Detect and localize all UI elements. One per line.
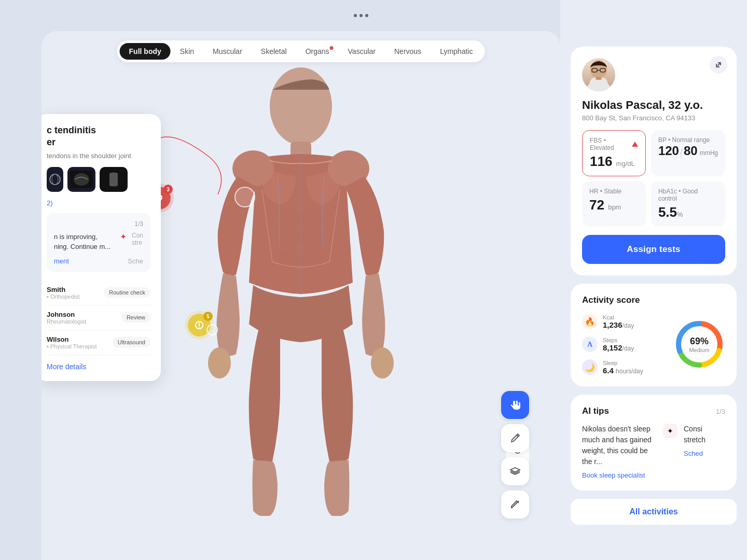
- appt-name-wilson: Wilson: [47, 335, 97, 343]
- steps-label: Steps: [603, 337, 634, 343]
- tab-skin[interactable]: Skin: [171, 43, 203, 60]
- info-panel: c tendinitiser tendons in the shoulder j…: [42, 114, 161, 381]
- appt-role-wilson: • Physical Therapist: [47, 343, 97, 349]
- metric-steps: Steps 8,152/day: [582, 337, 665, 352]
- ai-tips-header: AI tips 1/3: [582, 406, 725, 416]
- main-anatomy-area: Full body Skin Muscular Skeletal Organs …: [42, 31, 560, 560]
- patient-card: Nikolas Pascal, 32 y.o. 800 Bay St, San …: [571, 47, 737, 275]
- vital-fbs-value: 116 mg/dL: [590, 153, 638, 170]
- fab-layers-button[interactable]: [501, 457, 529, 485]
- svg-point-11: [301, 208, 324, 227]
- tip-side: Consi stretch Sched: [684, 424, 725, 479]
- vital-hba1c-label: HbA1c • Good control: [658, 188, 718, 202]
- appt-badge-wilson: Ultrasound: [113, 337, 150, 347]
- vital-hba1c-value: 5.5%: [658, 204, 718, 220]
- appointments-list: Smith • Orthopedist Routine check Johnso…: [47, 281, 150, 355]
- schedule-link[interactable]: Sched: [684, 450, 725, 457]
- info-panel-title: c tendinitiser: [47, 124, 150, 149]
- external-link-button[interactable]: [710, 56, 727, 74]
- svg-point-13: [301, 229, 324, 248]
- svg-point-19: [371, 347, 394, 379]
- right-panel: Nikolas Pascal, 32 y.o. 800 Bay St, San …: [560, 0, 747, 560]
- info-card-nav: 1/3: [54, 220, 143, 228]
- tip-content: Nikolas doesn't sleep much and has gaine…: [582, 424, 725, 479]
- appt-item-johnson[interactable]: Johnson Rheumatologist Review: [47, 305, 150, 330]
- metric-sleep: 🌙 Sleep 6.4 hours/day: [582, 359, 665, 375]
- svg-point-23: [50, 174, 60, 185]
- sleep-icon: 🌙: [582, 359, 598, 375]
- svg-point-26: [74, 173, 89, 186]
- vital-bp-label: BP • Normal range: [658, 136, 718, 144]
- fab-hand-button[interactable]: [501, 391, 529, 419]
- body-tabs: Full body Skin Muscular Skeletal Organs …: [117, 40, 485, 62]
- vital-hba1c: HbA1c • Good control 5.5%: [651, 181, 725, 227]
- kcal-value: 1,236/day: [603, 320, 634, 329]
- appt-role-johnson: Rheumatologist: [47, 318, 86, 325]
- tab-skeletal[interactable]: Skeletal: [252, 43, 296, 60]
- ai-tips-nav: 1/3: [716, 408, 725, 415]
- fab-edit-button[interactable]: [501, 424, 529, 452]
- info-card-text: n is improving,ning. Continue m...: [54, 232, 110, 252]
- appt-item-wilson[interactable]: Wilson • Physical Therapist Ultrasound: [47, 330, 150, 355]
- info-images: [47, 167, 150, 192]
- steps-icon: [582, 337, 598, 352]
- appt-badge-johnson: Review: [121, 312, 150, 323]
- activity-score-title: Activity score: [582, 295, 725, 305]
- svg-point-21: [199, 327, 200, 328]
- book-sleep-specialist-link[interactable]: Book sleep specialist: [582, 471, 677, 479]
- vital-bp: BP • Normal range 120 / 80 mmHg: [651, 130, 725, 176]
- tab-lymphatic[interactable]: Lymphatic: [431, 43, 482, 60]
- tab-full-body[interactable]: Full body: [120, 43, 171, 60]
- ai-tip-star-icon: ✦: [663, 424, 677, 438]
- assign-tests-button[interactable]: Assign tests: [582, 235, 725, 264]
- anatomy-model: [176, 65, 425, 516]
- hotspot-shoulder-ring[interactable]: [234, 187, 255, 207]
- metric-kcal: 🔥 Kcal 1,236/day: [582, 314, 665, 329]
- patient-name: Nikolas Pascal, 32 y.o.: [582, 99, 725, 112]
- kcal-label: Kcal: [603, 314, 634, 320]
- fab-stack: [501, 391, 529, 519]
- info-panel-subtitle: tendons in the shoulder joint: [47, 152, 150, 160]
- info-action-right[interactable]: Sche: [128, 257, 143, 265]
- svg-point-14: [278, 250, 301, 269]
- tab-nervous[interactable]: Nervous: [385, 43, 431, 60]
- more-details-link[interactable]: More details: [47, 362, 150, 371]
- hotspot-shoulder-right[interactable]: [234, 187, 255, 207]
- info-action-left[interactable]: ment: [54, 257, 69, 265]
- sleep-value: 6.4 hours/day: [603, 366, 643, 375]
- vital-hr-value: 72 bpm: [589, 197, 639, 213]
- organs-dot: [330, 46, 334, 50]
- status-bar-dots: [354, 14, 368, 17]
- svg-point-12: [278, 229, 301, 248]
- tab-organs[interactable]: Organs: [296, 43, 339, 60]
- tip-side-text: Consi stretch: [684, 424, 725, 445]
- activity-card: Activity score 🔥 Kcal 1,236/day: [571, 284, 737, 386]
- appt-role-smith: • Orthopedist: [47, 293, 80, 300]
- warning-icon: [632, 142, 638, 147]
- tab-muscular[interactable]: Muscular: [203, 43, 252, 60]
- svg-point-15: [301, 250, 324, 269]
- info-card: 1/3 n is improving,ning. Continue m... ✦…: [47, 213, 150, 272]
- appt-name-smith: Smith: [47, 286, 80, 293]
- hotspot-hip-right-marker[interactable]: [206, 324, 218, 335]
- activity-content: 🔥 Kcal 1,236/day Steps: [582, 314, 725, 375]
- info-panel-nav[interactable]: 2): [47, 199, 150, 207]
- hotspot-hip-right[interactable]: [206, 324, 218, 335]
- vitals-grid: FBS • Elevated 116 mg/dL BP • Normal ran…: [582, 130, 725, 227]
- hotspot-abdomen-badge: 5: [203, 312, 213, 321]
- all-activities-button[interactable]: All activities: [571, 499, 737, 525]
- appt-name-johnson: Johnson: [47, 311, 86, 318]
- activity-donut-chart: 69% Medium: [673, 318, 725, 370]
- svg-rect-31: [596, 77, 602, 80]
- ai-tips-title: AI tips: [582, 406, 609, 416]
- vital-bp-value: 120 / 80 mmHg: [658, 144, 718, 158]
- patient-avatar: [582, 58, 615, 91]
- vital-fbs: FBS • Elevated 116 mg/dL: [582, 130, 646, 176]
- fab-pencil-button[interactable]: [501, 491, 529, 519]
- appt-item-smith[interactable]: Smith • Orthopedist Routine check: [47, 281, 150, 305]
- svg-point-8: [270, 67, 332, 145]
- vital-hr-label: HR • Stable: [589, 188, 639, 195]
- ai-tips-card: AI tips 1/3 Nikolas doesn't sleep much a…: [571, 395, 737, 491]
- info-card-actions: ment Sche: [54, 257, 143, 265]
- tab-vascular[interactable]: Vascular: [339, 43, 385, 60]
